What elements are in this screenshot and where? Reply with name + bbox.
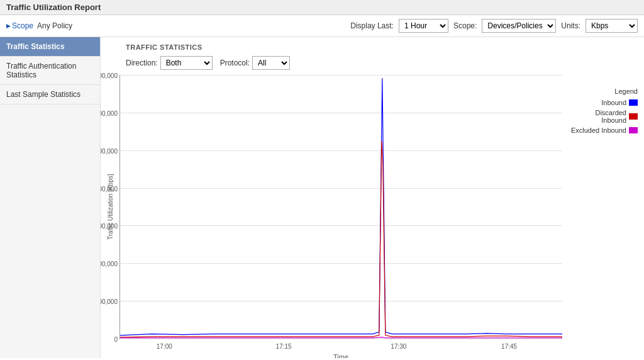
title-bar: Traffic Utilization Report <box>0 0 644 15</box>
toolbar-right: Display Last: 1 Hour 2 Hours 4 Hours 8 H… <box>350 19 638 33</box>
y-tick-30m: 30,000,000 <box>101 110 118 116</box>
units-label: Units: <box>561 21 580 30</box>
y-tick-10m: 10,000,000 <box>101 261 118 267</box>
y-tick-35m: 35,000,000 <box>101 72 118 79</box>
legend-color-excluded <box>629 127 638 133</box>
sidebar-item-traffic-statistics[interactable]: Traffic Statistics <box>0 37 100 57</box>
direction-select[interactable]: Both Inbound Outbound <box>160 56 213 70</box>
toolbar-left: Scope Any Policy <box>6 21 350 30</box>
inbound-line <box>120 78 562 335</box>
legend-label-discarded: Discarded Inbound <box>569 109 626 124</box>
chart-container: Traffic Utilization [Kbps] 35,000,000 30… <box>107 75 638 339</box>
discarded-inbound-line <box>120 141 562 337</box>
sidebar-item-label: Last Sample Statistics <box>6 90 80 99</box>
x-tick-1745: 17:45 <box>501 343 517 350</box>
display-last-label: Display Last: <box>350 21 394 30</box>
sidebar: Traffic Statistics Traffic Authenticatio… <box>0 37 101 358</box>
sidebar-item-label: Traffic Authentication Statistics <box>6 62 76 79</box>
x-axis-label: Time <box>119 353 562 358</box>
direction-label: Direction: <box>126 59 158 67</box>
y-tick-15m: 15,000,000 <box>101 223 118 230</box>
units-select[interactable]: Kbps Mbps Gbps Packets/s <box>586 19 638 33</box>
toolbar: Scope Any Policy Display Last: 1 Hour 2 … <box>0 15 644 37</box>
main-content: Traffic Statistics Traffic Authenticatio… <box>0 37 644 358</box>
legend-color-inbound <box>629 99 638 106</box>
chart-area: TRAFFIC STATISTICS Direction: Both Inbou… <box>101 37 644 358</box>
scope-select[interactable]: Devices/Policies Devices Policies <box>482 19 556 33</box>
chart-controls: Direction: Both Inbound Outbound Protoco… <box>126 56 638 70</box>
protocol-control: Protocol: All TCP UDP ICMP <box>220 56 290 70</box>
legend-item-inbound: Inbound <box>569 99 638 106</box>
chart-inner: 35,000,000 30,000,000 25,000,000 20,000,… <box>119 75 562 339</box>
excluded-inbound-line <box>120 337 562 338</box>
y-tick-5m: 5,000,000 <box>101 298 118 305</box>
legend: Legend Inbound Discarded Inbound Exclude… <box>569 87 638 137</box>
legend-label-excluded: Excluded Inbound <box>571 127 626 134</box>
y-tick-25m: 25,000,000 <box>101 147 118 154</box>
legend-title: Legend <box>569 87 638 95</box>
sidebar-item-traffic-auth[interactable]: Traffic Authentication Statistics <box>0 57 100 85</box>
legend-color-discarded <box>629 113 638 120</box>
scope-link[interactable]: Scope <box>6 21 33 30</box>
y-tick-0: 0 <box>114 336 118 343</box>
x-tick-1730: 17:30 <box>391 343 406 350</box>
page-title: Traffic Utilization Report <box>6 3 101 12</box>
legend-item-discarded: Discarded Inbound <box>569 109 638 124</box>
legend-item-excluded: Excluded Inbound <box>569 127 638 134</box>
chart-section-title: TRAFFIC STATISTICS <box>126 43 638 51</box>
x-tick-1700: 17:00 <box>157 343 172 350</box>
scope-label2: Scope: <box>453 21 477 30</box>
protocol-label: Protocol: <box>220 59 250 67</box>
y-tick-20m: 20,000,000 <box>101 185 118 192</box>
sidebar-item-last-sample[interactable]: Last Sample Statistics <box>0 85 100 104</box>
display-last-select[interactable]: 1 Hour 2 Hours 4 Hours 8 Hours 24 Hours <box>399 19 448 33</box>
chart-svg <box>120 75 562 339</box>
legend-label-inbound: Inbound <box>601 99 626 106</box>
direction-control: Direction: Both Inbound Outbound <box>126 56 213 70</box>
grid-line-7: 0 <box>120 339 562 339</box>
sidebar-item-label: Traffic Statistics <box>6 42 65 51</box>
protocol-select[interactable]: All TCP UDP ICMP <box>252 56 290 70</box>
x-tick-1715: 17:15 <box>276 343 292 350</box>
scope-value: Any Policy <box>37 21 72 30</box>
